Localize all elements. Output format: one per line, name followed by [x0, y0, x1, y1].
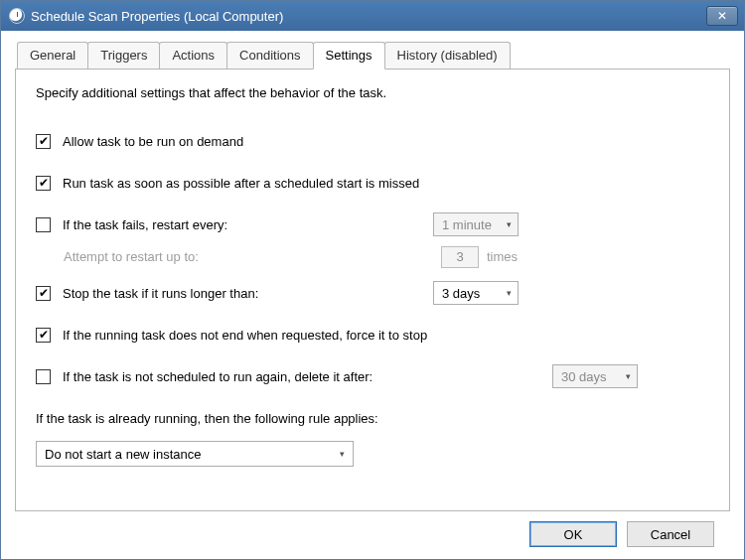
stop-duration-value: 3 days [442, 286, 480, 301]
close-button[interactable]: ✕ [706, 6, 738, 26]
stop-duration-select[interactable]: 3 days ▾ [433, 281, 519, 305]
settings-panel: Specify additional settings that affect … [15, 69, 730, 511]
delete-if-not-checkbox[interactable] [36, 369, 51, 384]
clock-icon [9, 8, 25, 24]
dialog-window: Schedule Scan Properties (Local Computer… [0, 0, 745, 560]
dialog-content: General Triggers Actions Conditions Sett… [1, 31, 744, 559]
ok-button[interactable]: OK [529, 521, 617, 547]
run-asap-checkbox[interactable] [36, 176, 51, 191]
run-asap-label: Run task as soon as possible after a sch… [63, 176, 419, 191]
tab-general[interactable]: General [17, 42, 88, 70]
force-stop-checkbox[interactable] [36, 328, 51, 343]
cancel-button[interactable]: Cancel [627, 521, 714, 547]
tab-actions[interactable]: Actions [159, 42, 227, 70]
attempt-restart-suffix: times [487, 249, 518, 264]
tab-triggers[interactable]: Triggers [87, 42, 160, 70]
already-running-label: If the task is already running, then the… [36, 411, 378, 426]
tab-settings[interactable]: Settings [313, 42, 385, 70]
already-running-rule-value: Do not start a new instance [45, 447, 202, 462]
tabstrip: General Triggers Actions Conditions Sett… [17, 41, 730, 69]
stop-if-longer-label: Stop the task if it runs longer than: [63, 286, 258, 301]
force-stop-label: If the running task does not end when re… [63, 328, 427, 343]
delete-if-not-label: If the task is not scheduled to run agai… [63, 369, 372, 384]
allow-on-demand-label: Allow task to be run on demand [63, 134, 243, 149]
titlebar: Schedule Scan Properties (Local Computer… [1, 1, 744, 31]
delete-after-select: 30 days ▾ [552, 364, 638, 388]
chevron-down-icon: ▾ [340, 449, 345, 459]
settings-description: Specify additional settings that affect … [36, 85, 709, 100]
restart-if-fail-checkbox[interactable] [36, 217, 51, 232]
tab-history[interactable]: History (disabled) [384, 42, 511, 70]
delete-after-value: 30 days [561, 369, 607, 384]
attempt-restart-label: Attempt to restart up to: [64, 249, 431, 264]
restart-interval-select: 1 minute ▾ [433, 212, 519, 236]
attempt-restart-count: 3 [441, 246, 479, 268]
restart-if-fail-label: If the task fails, restart every: [63, 217, 227, 232]
dialog-buttons: OK Cancel [15, 511, 730, 559]
tab-conditions[interactable]: Conditions [226, 42, 313, 70]
window-title: Schedule Scan Properties (Local Computer… [31, 9, 283, 24]
chevron-down-icon: ▾ [626, 371, 631, 381]
chevron-down-icon: ▾ [507, 288, 512, 298]
restart-interval-value: 1 minute [442, 217, 492, 232]
close-icon: ✕ [717, 9, 727, 23]
chevron-down-icon: ▾ [507, 219, 512, 229]
already-running-rule-select[interactable]: Do not start a new instance ▾ [36, 441, 354, 467]
allow-on-demand-checkbox[interactable] [36, 134, 51, 149]
stop-if-longer-checkbox[interactable] [36, 286, 51, 301]
